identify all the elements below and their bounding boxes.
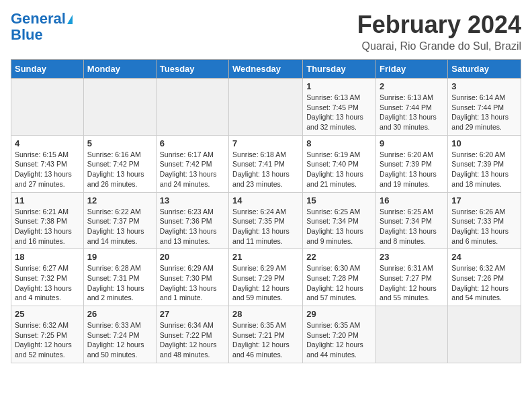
day-info: Sunrise: 6:22 AM Sunset: 7:37 PM Dayligh… [87, 207, 152, 246]
calendar-cell: 20Sunrise: 6:29 AM Sunset: 7:30 PM Dayli… [156, 249, 228, 306]
logo-line2: Blue [11, 27, 43, 43]
day-info: Sunrise: 6:16 AM Sunset: 7:42 PM Dayligh… [87, 150, 152, 189]
calendar-cell: 18Sunrise: 6:27 AM Sunset: 7:32 PM Dayli… [11, 249, 84, 306]
calendar-table: SundayMondayTuesdayWednesdayThursdayFrid… [11, 59, 521, 363]
calendar-cell [11, 79, 84, 136]
calendar-cell: 26Sunrise: 6:33 AM Sunset: 7:24 PM Dayli… [83, 306, 156, 363]
page-header: General Blue February 2024 Quarai, Rio G… [11, 11, 521, 52]
day-info: Sunrise: 6:30 AM Sunset: 7:28 PM Dayligh… [306, 263, 372, 303]
calendar-cell: 21Sunrise: 6:29 AM Sunset: 7:29 PM Dayli… [229, 249, 303, 306]
calendar-cell: 11Sunrise: 6:21 AM Sunset: 7:38 PM Dayli… [11, 192, 84, 249]
header-friday: Friday [376, 60, 448, 79]
day-info: Sunrise: 6:13 AM Sunset: 7:44 PM Dayligh… [380, 93, 444, 132]
calendar-cell: 29Sunrise: 6:35 AM Sunset: 7:20 PM Dayli… [303, 306, 376, 363]
calendar-cell [448, 306, 521, 363]
logo: General Blue [11, 11, 73, 43]
day-info: Sunrise: 6:31 AM Sunset: 7:27 PM Dayligh… [380, 263, 444, 303]
day-number: 3 [451, 81, 517, 91]
week-row-3: 18Sunrise: 6:27 AM Sunset: 7:32 PM Dayli… [11, 249, 521, 306]
day-number: 22 [306, 252, 372, 262]
day-number: 10 [451, 138, 517, 148]
logo-line1: General [11, 11, 73, 27]
day-info: Sunrise: 6:32 AM Sunset: 7:25 PM Dayligh… [15, 320, 80, 360]
title-area: February 2024 Quarai, Rio Grande do Sul,… [357, 11, 521, 52]
day-number: 12 [87, 195, 152, 205]
day-number: 26 [87, 309, 152, 319]
calendar-cell: 2Sunrise: 6:13 AM Sunset: 7:44 PM Daylig… [376, 79, 448, 136]
day-info: Sunrise: 6:35 AM Sunset: 7:20 PM Dayligh… [306, 320, 372, 360]
calendar-cell: 27Sunrise: 6:34 AM Sunset: 7:22 PM Dayli… [156, 306, 228, 363]
calendar-body: 1Sunrise: 6:13 AM Sunset: 7:45 PM Daylig… [11, 79, 521, 363]
calendar-cell: 25Sunrise: 6:32 AM Sunset: 7:25 PM Dayli… [11, 306, 84, 363]
day-number: 8 [306, 138, 372, 148]
calendar-cell [229, 79, 303, 136]
week-row-1: 4Sunrise: 6:15 AM Sunset: 7:43 PM Daylig… [11, 135, 521, 192]
week-row-0: 1Sunrise: 6:13 AM Sunset: 7:45 PM Daylig… [11, 79, 521, 136]
calendar-header-row: SundayMondayTuesdayWednesdayThursdayFrid… [11, 60, 521, 79]
day-info: Sunrise: 6:25 AM Sunset: 7:34 PM Dayligh… [380, 207, 444, 246]
day-number: 14 [232, 195, 299, 205]
calendar-cell: 28Sunrise: 6:35 AM Sunset: 7:21 PM Dayli… [229, 306, 303, 363]
calendar-cell: 6Sunrise: 6:17 AM Sunset: 7:42 PM Daylig… [156, 135, 228, 192]
calendar-cell: 9Sunrise: 6:20 AM Sunset: 7:39 PM Daylig… [376, 135, 448, 192]
day-info: Sunrise: 6:32 AM Sunset: 7:26 PM Dayligh… [451, 263, 517, 303]
calendar-cell: 5Sunrise: 6:16 AM Sunset: 7:42 PM Daylig… [83, 135, 156, 192]
day-info: Sunrise: 6:18 AM Sunset: 7:41 PM Dayligh… [232, 150, 299, 189]
calendar-cell: 4Sunrise: 6:15 AM Sunset: 7:43 PM Daylig… [11, 135, 84, 192]
calendar-cell [156, 79, 228, 136]
day-info: Sunrise: 6:20 AM Sunset: 7:39 PM Dayligh… [451, 150, 517, 189]
calendar-cell: 3Sunrise: 6:14 AM Sunset: 7:44 PM Daylig… [448, 79, 521, 136]
calendar-cell: 13Sunrise: 6:23 AM Sunset: 7:36 PM Dayli… [156, 192, 228, 249]
calendar-cell: 15Sunrise: 6:25 AM Sunset: 7:34 PM Dayli… [303, 192, 376, 249]
calendar-cell: 12Sunrise: 6:22 AM Sunset: 7:37 PM Dayli… [83, 192, 156, 249]
day-number: 19 [87, 252, 152, 262]
day-number: 11 [15, 195, 80, 205]
week-row-4: 25Sunrise: 6:32 AM Sunset: 7:25 PM Dayli… [11, 306, 521, 363]
day-info: Sunrise: 6:26 AM Sunset: 7:33 PM Dayligh… [451, 207, 517, 246]
day-number: 20 [160, 252, 225, 262]
day-info: Sunrise: 6:19 AM Sunset: 7:40 PM Dayligh… [306, 150, 372, 189]
day-number: 13 [160, 195, 225, 205]
day-number: 21 [232, 252, 299, 262]
day-info: Sunrise: 6:23 AM Sunset: 7:36 PM Dayligh… [160, 207, 225, 246]
day-number: 15 [306, 195, 372, 205]
header-thursday: Thursday [303, 60, 376, 79]
day-info: Sunrise: 6:14 AM Sunset: 7:44 PM Dayligh… [451, 93, 517, 132]
day-info: Sunrise: 6:13 AM Sunset: 7:45 PM Dayligh… [306, 93, 372, 132]
calendar-cell: 17Sunrise: 6:26 AM Sunset: 7:33 PM Dayli… [448, 192, 521, 249]
calendar-cell: 16Sunrise: 6:25 AM Sunset: 7:34 PM Dayli… [376, 192, 448, 249]
day-number: 7 [232, 138, 299, 148]
calendar-cell: 7Sunrise: 6:18 AM Sunset: 7:41 PM Daylig… [229, 135, 303, 192]
calendar-cell: 14Sunrise: 6:24 AM Sunset: 7:35 PM Dayli… [229, 192, 303, 249]
day-number: 2 [380, 81, 444, 91]
day-number: 5 [87, 138, 152, 148]
day-number: 29 [306, 309, 372, 319]
day-info: Sunrise: 6:15 AM Sunset: 7:43 PM Dayligh… [15, 150, 80, 189]
calendar-cell [83, 79, 156, 136]
day-info: Sunrise: 6:27 AM Sunset: 7:32 PM Dayligh… [15, 263, 80, 303]
day-info: Sunrise: 6:24 AM Sunset: 7:35 PM Dayligh… [232, 207, 299, 246]
day-info: Sunrise: 6:33 AM Sunset: 7:24 PM Dayligh… [87, 320, 152, 360]
day-info: Sunrise: 6:28 AM Sunset: 7:31 PM Dayligh… [87, 263, 152, 303]
day-info: Sunrise: 6:20 AM Sunset: 7:39 PM Dayligh… [380, 150, 444, 189]
header-monday: Monday [83, 60, 156, 79]
day-number: 27 [160, 309, 225, 319]
day-number: 6 [160, 138, 225, 148]
calendar-cell: 10Sunrise: 6:20 AM Sunset: 7:39 PM Dayli… [448, 135, 521, 192]
calendar-subtitle: Quarai, Rio Grande do Sul, Brazil [357, 40, 521, 52]
day-info: Sunrise: 6:34 AM Sunset: 7:22 PM Dayligh… [160, 320, 225, 360]
calendar-cell: 1Sunrise: 6:13 AM Sunset: 7:45 PM Daylig… [303, 79, 376, 136]
day-number: 1 [306, 81, 372, 91]
day-info: Sunrise: 6:17 AM Sunset: 7:42 PM Dayligh… [160, 150, 225, 189]
calendar-cell: 22Sunrise: 6:30 AM Sunset: 7:28 PM Dayli… [303, 249, 376, 306]
header-tuesday: Tuesday [156, 60, 228, 79]
calendar-cell: 8Sunrise: 6:19 AM Sunset: 7:40 PM Daylig… [303, 135, 376, 192]
day-number: 18 [15, 252, 80, 262]
day-number: 9 [380, 138, 444, 148]
header-sunday: Sunday [11, 60, 84, 79]
day-number: 23 [380, 252, 444, 262]
calendar-cell: 19Sunrise: 6:28 AM Sunset: 7:31 PM Dayli… [83, 249, 156, 306]
header-saturday: Saturday [448, 60, 521, 79]
day-number: 4 [15, 138, 80, 148]
day-number: 16 [380, 195, 444, 205]
